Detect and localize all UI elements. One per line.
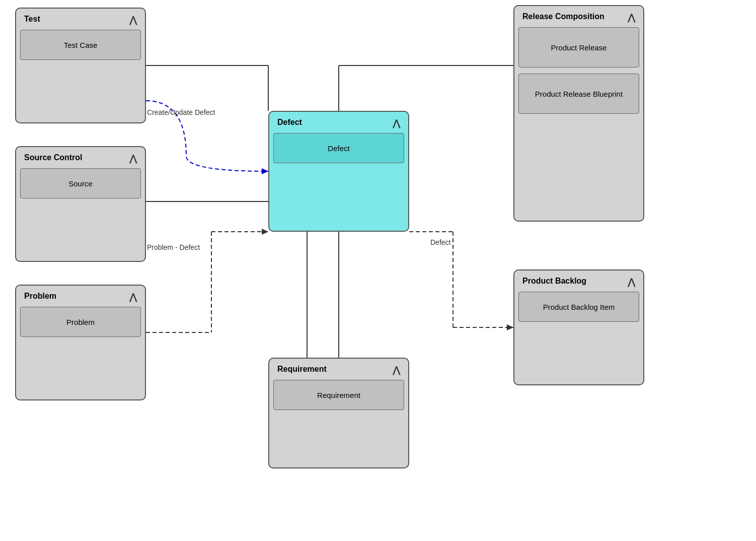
defect-box: Defect ⋀ Defect (268, 111, 409, 232)
source-control-chevron-icon: ⋀ (129, 153, 137, 164)
problem-inner: Problem (20, 307, 141, 337)
svg-marker-6 (262, 229, 268, 235)
product-backlog-item-inner: Product Backlog Item (518, 292, 639, 322)
test-box-title: Test ⋀ (20, 13, 141, 30)
release-composition-chevron-icon: ⋀ (628, 12, 635, 23)
problem-box-title: Problem ⋀ (20, 290, 141, 307)
requirement-chevron-icon: ⋀ (393, 365, 400, 376)
defect-inner: Defect (273, 133, 404, 163)
requirement-box-title: Requirement ⋀ (273, 363, 404, 380)
release-composition-box-title: Release Composition ⋀ (518, 10, 639, 27)
source-inner: Source (20, 168, 141, 198)
release-composition-box: Release Composition ⋀ Product Release Pr… (513, 5, 644, 222)
test-chevron-icon: ⋀ (129, 15, 137, 26)
problem-defect-label: Problem - Defect (147, 243, 200, 251)
product-release-blueprint-inner: Product Release Blueprint (518, 74, 639, 114)
requirement-box: Requirement ⋀ Requirement (268, 358, 409, 468)
svg-marker-16 (262, 168, 268, 174)
defect-chevron-icon: ⋀ (393, 118, 400, 129)
defect-right-label: Defect (430, 238, 450, 246)
diagram-container: Test ⋀ Test Case Source Control ⋀ Source… (0, 0, 756, 541)
source-control-box-title: Source Control ⋀ (20, 151, 141, 168)
problem-box: Problem ⋀ Problem (15, 285, 146, 400)
requirement-inner: Requirement (273, 380, 404, 410)
product-release-inner: Product Release (518, 27, 639, 67)
create-update-defect-label: Create/Update Defect (147, 108, 215, 116)
product-backlog-box: Product Backlog ⋀ Product Backlog Item (513, 269, 644, 385)
problem-chevron-icon: ⋀ (129, 292, 137, 303)
svg-marker-13 (507, 324, 513, 330)
test-box: Test ⋀ Test Case (15, 8, 146, 123)
product-backlog-box-title: Product Backlog ⋀ (518, 275, 639, 292)
defect-box-title: Defect ⋀ (273, 116, 404, 133)
product-backlog-chevron-icon: ⋀ (628, 277, 635, 288)
source-control-box: Source Control ⋀ Source (15, 146, 146, 262)
test-case-inner: Test Case (20, 30, 141, 60)
